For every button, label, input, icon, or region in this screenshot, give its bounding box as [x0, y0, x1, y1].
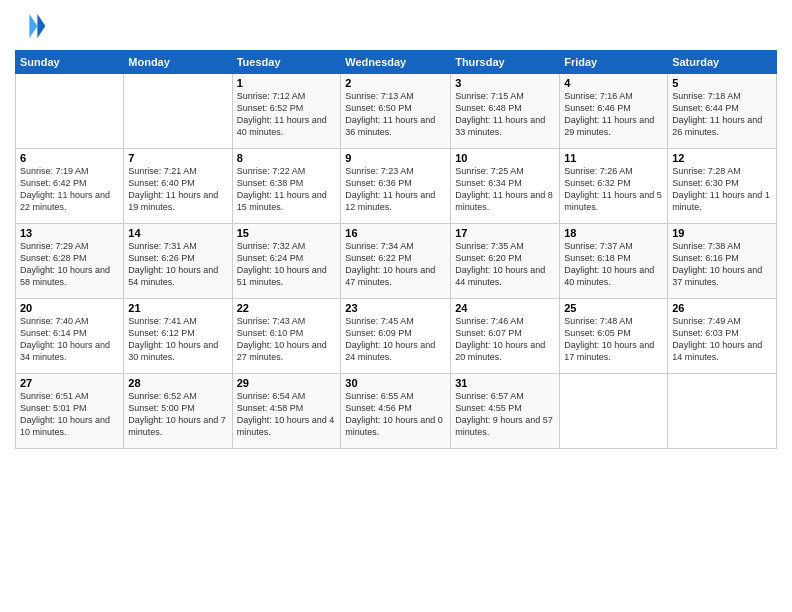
- calendar-body: 1Sunrise: 7:12 AM Sunset: 6:52 PM Daylig…: [16, 74, 777, 449]
- day-number: 15: [237, 227, 337, 239]
- calendar-cell: [560, 374, 668, 449]
- day-info: Sunrise: 7:13 AM Sunset: 6:50 PM Dayligh…: [345, 90, 446, 139]
- calendar-cell: 29Sunrise: 6:54 AM Sunset: 4:58 PM Dayli…: [232, 374, 341, 449]
- day-number: 30: [345, 377, 446, 389]
- calendar-cell: [16, 74, 124, 149]
- day-info: Sunrise: 7:28 AM Sunset: 6:30 PM Dayligh…: [672, 165, 772, 214]
- day-info: Sunrise: 7:18 AM Sunset: 6:44 PM Dayligh…: [672, 90, 772, 139]
- day-number: 27: [20, 377, 119, 389]
- calendar-cell: 28Sunrise: 6:52 AM Sunset: 5:00 PM Dayli…: [124, 374, 232, 449]
- day-number: 7: [128, 152, 227, 164]
- calendar-cell: 1Sunrise: 7:12 AM Sunset: 6:52 PM Daylig…: [232, 74, 341, 149]
- calendar-cell: 15Sunrise: 7:32 AM Sunset: 6:24 PM Dayli…: [232, 224, 341, 299]
- day-info: Sunrise: 7:43 AM Sunset: 6:10 PM Dayligh…: [237, 315, 337, 364]
- calendar-cell: 2Sunrise: 7:13 AM Sunset: 6:50 PM Daylig…: [341, 74, 451, 149]
- day-info: Sunrise: 7:32 AM Sunset: 6:24 PM Dayligh…: [237, 240, 337, 289]
- day-number: 18: [564, 227, 663, 239]
- day-number: 22: [237, 302, 337, 314]
- day-number: 23: [345, 302, 446, 314]
- day-info: Sunrise: 7:48 AM Sunset: 6:05 PM Dayligh…: [564, 315, 663, 364]
- day-info: Sunrise: 7:29 AM Sunset: 6:28 PM Dayligh…: [20, 240, 119, 289]
- day-info: Sunrise: 7:35 AM Sunset: 6:20 PM Dayligh…: [455, 240, 555, 289]
- day-number: 20: [20, 302, 119, 314]
- calendar-cell: [668, 374, 777, 449]
- calendar-cell: [124, 74, 232, 149]
- day-info: Sunrise: 7:49 AM Sunset: 6:03 PM Dayligh…: [672, 315, 772, 364]
- day-number: 17: [455, 227, 555, 239]
- calendar-cell: 18Sunrise: 7:37 AM Sunset: 6:18 PM Dayli…: [560, 224, 668, 299]
- calendar-table: SundayMondayTuesdayWednesdayThursdayFrid…: [15, 50, 777, 449]
- calendar-week-row: 1Sunrise: 7:12 AM Sunset: 6:52 PM Daylig…: [16, 74, 777, 149]
- day-info: Sunrise: 6:54 AM Sunset: 4:58 PM Dayligh…: [237, 390, 337, 439]
- day-info: Sunrise: 6:55 AM Sunset: 4:56 PM Dayligh…: [345, 390, 446, 439]
- day-info: Sunrise: 7:19 AM Sunset: 6:42 PM Dayligh…: [20, 165, 119, 214]
- calendar-cell: 3Sunrise: 7:15 AM Sunset: 6:48 PM Daylig…: [451, 74, 560, 149]
- day-number: 24: [455, 302, 555, 314]
- calendar-cell: 5Sunrise: 7:18 AM Sunset: 6:44 PM Daylig…: [668, 74, 777, 149]
- day-info: Sunrise: 6:51 AM Sunset: 5:01 PM Dayligh…: [20, 390, 119, 439]
- day-number: 21: [128, 302, 227, 314]
- day-info: Sunrise: 7:40 AM Sunset: 6:14 PM Dayligh…: [20, 315, 119, 364]
- calendar-cell: 24Sunrise: 7:46 AM Sunset: 6:07 PM Dayli…: [451, 299, 560, 374]
- day-number: 4: [564, 77, 663, 89]
- calendar-cell: 19Sunrise: 7:38 AM Sunset: 6:16 PM Dayli…: [668, 224, 777, 299]
- day-of-week-header: Friday: [560, 51, 668, 74]
- day-info: Sunrise: 6:52 AM Sunset: 5:00 PM Dayligh…: [128, 390, 227, 439]
- day-number: 5: [672, 77, 772, 89]
- logo-icon: [15, 10, 47, 42]
- day-number: 9: [345, 152, 446, 164]
- day-info: Sunrise: 7:16 AM Sunset: 6:46 PM Dayligh…: [564, 90, 663, 139]
- day-number: 26: [672, 302, 772, 314]
- day-info: Sunrise: 7:23 AM Sunset: 6:36 PM Dayligh…: [345, 165, 446, 214]
- calendar-week-row: 13Sunrise: 7:29 AM Sunset: 6:28 PM Dayli…: [16, 224, 777, 299]
- day-number: 1: [237, 77, 337, 89]
- day-number: 12: [672, 152, 772, 164]
- day-number: 29: [237, 377, 337, 389]
- day-number: 10: [455, 152, 555, 164]
- day-number: 13: [20, 227, 119, 239]
- day-info: Sunrise: 7:37 AM Sunset: 6:18 PM Dayligh…: [564, 240, 663, 289]
- day-of-week-header: Monday: [124, 51, 232, 74]
- calendar-cell: 23Sunrise: 7:45 AM Sunset: 6:09 PM Dayli…: [341, 299, 451, 374]
- day-of-week-header: Thursday: [451, 51, 560, 74]
- day-number: 19: [672, 227, 772, 239]
- day-of-week-header: Wednesday: [341, 51, 451, 74]
- day-info: Sunrise: 7:34 AM Sunset: 6:22 PM Dayligh…: [345, 240, 446, 289]
- day-info: Sunrise: 7:45 AM Sunset: 6:09 PM Dayligh…: [345, 315, 446, 364]
- calendar-cell: 11Sunrise: 7:26 AM Sunset: 6:32 PM Dayli…: [560, 149, 668, 224]
- calendar-cell: 25Sunrise: 7:48 AM Sunset: 6:05 PM Dayli…: [560, 299, 668, 374]
- day-number: 6: [20, 152, 119, 164]
- calendar-cell: 22Sunrise: 7:43 AM Sunset: 6:10 PM Dayli…: [232, 299, 341, 374]
- calendar-cell: 14Sunrise: 7:31 AM Sunset: 6:26 PM Dayli…: [124, 224, 232, 299]
- calendar-cell: 6Sunrise: 7:19 AM Sunset: 6:42 PM Daylig…: [16, 149, 124, 224]
- calendar-week-row: 27Sunrise: 6:51 AM Sunset: 5:01 PM Dayli…: [16, 374, 777, 449]
- day-number: 31: [455, 377, 555, 389]
- day-info: Sunrise: 7:41 AM Sunset: 6:12 PM Dayligh…: [128, 315, 227, 364]
- calendar-cell: 13Sunrise: 7:29 AM Sunset: 6:28 PM Dayli…: [16, 224, 124, 299]
- header-row: SundayMondayTuesdayWednesdayThursdayFrid…: [16, 51, 777, 74]
- calendar-week-row: 6Sunrise: 7:19 AM Sunset: 6:42 PM Daylig…: [16, 149, 777, 224]
- calendar-cell: 9Sunrise: 7:23 AM Sunset: 6:36 PM Daylig…: [341, 149, 451, 224]
- day-info: Sunrise: 7:25 AM Sunset: 6:34 PM Dayligh…: [455, 165, 555, 214]
- calendar-cell: 8Sunrise: 7:22 AM Sunset: 6:38 PM Daylig…: [232, 149, 341, 224]
- header: [15, 10, 777, 42]
- logo: [15, 10, 51, 42]
- calendar-cell: 20Sunrise: 7:40 AM Sunset: 6:14 PM Dayli…: [16, 299, 124, 374]
- svg-marker-0: [37, 14, 45, 38]
- day-info: Sunrise: 7:22 AM Sunset: 6:38 PM Dayligh…: [237, 165, 337, 214]
- day-number: 11: [564, 152, 663, 164]
- calendar-cell: 12Sunrise: 7:28 AM Sunset: 6:30 PM Dayli…: [668, 149, 777, 224]
- day-info: Sunrise: 7:12 AM Sunset: 6:52 PM Dayligh…: [237, 90, 337, 139]
- day-info: Sunrise: 6:57 AM Sunset: 4:55 PM Dayligh…: [455, 390, 555, 439]
- day-info: Sunrise: 7:46 AM Sunset: 6:07 PM Dayligh…: [455, 315, 555, 364]
- calendar-week-row: 20Sunrise: 7:40 AM Sunset: 6:14 PM Dayli…: [16, 299, 777, 374]
- day-number: 3: [455, 77, 555, 89]
- calendar-cell: 31Sunrise: 6:57 AM Sunset: 4:55 PM Dayli…: [451, 374, 560, 449]
- day-number: 28: [128, 377, 227, 389]
- day-info: Sunrise: 7:21 AM Sunset: 6:40 PM Dayligh…: [128, 165, 227, 214]
- calendar-cell: 26Sunrise: 7:49 AM Sunset: 6:03 PM Dayli…: [668, 299, 777, 374]
- calendar-cell: 4Sunrise: 7:16 AM Sunset: 6:46 PM Daylig…: [560, 74, 668, 149]
- day-of-week-header: Tuesday: [232, 51, 341, 74]
- day-info: Sunrise: 7:38 AM Sunset: 6:16 PM Dayligh…: [672, 240, 772, 289]
- day-info: Sunrise: 7:26 AM Sunset: 6:32 PM Dayligh…: [564, 165, 663, 214]
